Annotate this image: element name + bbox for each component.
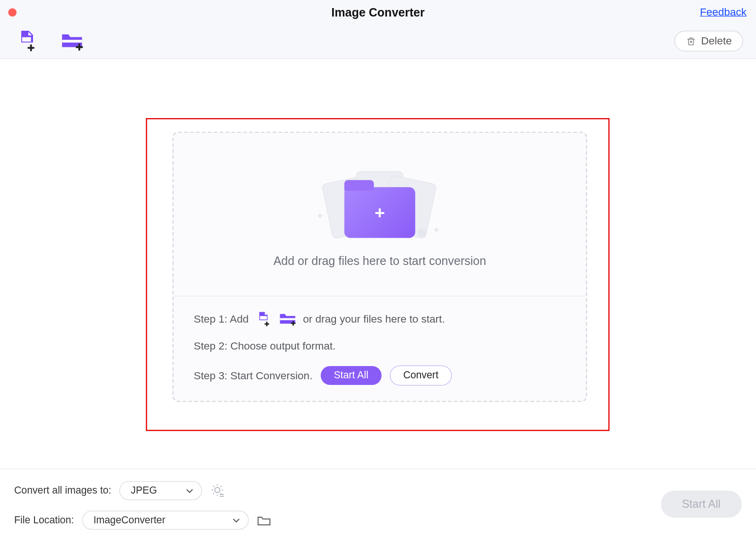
- output-format-select[interactable]: JPEG: [120, 481, 202, 500]
- convert-to-label: Convert all images to:: [14, 485, 112, 496]
- footer-bar: Convert all images to: JPEG File Locatio…: [0, 469, 756, 546]
- chevron-down-icon: [186, 485, 193, 496]
- svg-rect-3: [280, 318, 296, 320]
- start-all-example-button[interactable]: Start All: [321, 366, 381, 385]
- step1-suffix: or drag your files here to start.: [303, 313, 445, 325]
- steps-list: Step 1: Add or drag your files here to s…: [174, 297, 586, 401]
- step-2: Step 2: Choose output format.: [194, 340, 566, 352]
- convert-example-button[interactable]: Convert: [390, 366, 452, 386]
- start-all-button[interactable]: Start All: [661, 491, 742, 518]
- output-format-value: JPEG: [131, 485, 157, 496]
- titlebar: Image Converter Feedback: [0, 0, 756, 59]
- app-title: Image Converter: [0, 6, 756, 20]
- svg-rect-1: [62, 40, 82, 43]
- dropzone-prompt: Add or drag files here to start conversi…: [274, 254, 486, 268]
- add-folder-icon[interactable]: [60, 31, 84, 51]
- add-file-mini-icon[interactable]: [255, 311, 273, 327]
- svg-rect-0: [22, 37, 31, 42]
- file-location-value: ImageConverter: [94, 514, 165, 526]
- delete-button[interactable]: Delete: [674, 31, 743, 51]
- step1-prefix: Step 1: Add: [194, 313, 249, 325]
- dropzone-illustration: ✦ + ✦: [321, 161, 439, 238]
- file-location-label: File Location:: [14, 514, 74, 526]
- dropzone-panel: ✦ + ✦ Add or drag files here to start co…: [172, 132, 587, 402]
- trash-icon: [686, 35, 696, 47]
- feedback-link[interactable]: Feedback: [700, 6, 747, 18]
- svg-point-4: [215, 487, 220, 493]
- add-folder-mini-icon[interactable]: [278, 311, 297, 327]
- step-3: Step 3: Start Conversion. Start All Conv…: [194, 366, 566, 386]
- chevron-down-icon: [233, 514, 240, 526]
- delete-label: Delete: [701, 35, 732, 47]
- main-area: ✦ + ✦ Add or drag files here to start co…: [0, 59, 756, 469]
- open-folder-icon[interactable]: [257, 514, 271, 526]
- file-location-select[interactable]: ImageConverter: [82, 511, 249, 529]
- step3-prefix: Step 3: Start Conversion.: [194, 369, 312, 382]
- svg-rect-2: [260, 316, 267, 319]
- dropzone-area[interactable]: ✦ + ✦ Add or drag files here to start co…: [174, 133, 586, 296]
- settings-icon[interactable]: [211, 483, 226, 499]
- step-1: Step 1: Add or drag your files here to s…: [194, 311, 566, 327]
- add-file-icon[interactable]: [16, 30, 38, 51]
